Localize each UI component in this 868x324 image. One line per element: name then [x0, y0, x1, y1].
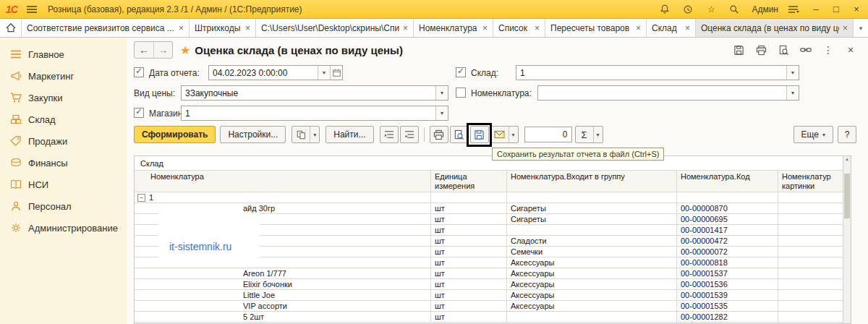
- dropdown-icon[interactable]: ▾: [310, 127, 319, 142]
- sidebar-item-personal[interactable]: Персонал: [0, 195, 127, 217]
- price-type-input[interactable]: 3Закупочные ▾: [181, 85, 448, 101]
- column-header-unit[interactable]: Единица измерения: [431, 171, 507, 192]
- save-result-button[interactable]: [470, 126, 489, 143]
- table-row[interactable]: 5 2шт шт 00-00001282: [135, 312, 851, 323]
- print-icon[interactable]: [754, 43, 768, 56]
- tab-shtrihkody[interactable]: Штрихкоды×: [190, 19, 256, 37]
- tab-close-icon[interactable]: ×: [245, 23, 250, 33]
- service-menu-icon[interactable]: [787, 3, 801, 16]
- collapse-group-icon[interactable]: −: [137, 194, 145, 202]
- more-button[interactable]: Еще▾: [793, 126, 833, 143]
- close-form-icon[interactable]: ×: [843, 43, 858, 56]
- help-button[interactable]: ?: [838, 126, 856, 143]
- group-row[interactable]: −1: [135, 192, 851, 203]
- tab-file-path[interactable]: C:\Users\User\Desktop\скрины\Спи...×: [256, 19, 414, 37]
- close-window-button[interactable]: ×: [851, 4, 862, 14]
- search-icon[interactable]: [727, 3, 741, 16]
- nomenclature-input[interactable]: ▾: [537, 85, 799, 101]
- tab-pereschety-tovarov[interactable]: Пересчеты товаров×: [545, 19, 647, 37]
- tab-sklad[interactable]: Склад×: [647, 19, 696, 37]
- table-row[interactable]: Areon 1/777 шт Аксессуары 00-00001537: [135, 268, 851, 279]
- table-row[interactable]: айд 30гр шт Сигареты 00-00000870: [135, 203, 851, 214]
- find-button[interactable]: Найти...: [326, 126, 373, 143]
- report-result-table[interactable]: Склад Номенклатура Единица измерения Ном…: [134, 155, 851, 324]
- home-tab[interactable]: [0, 19, 22, 37]
- sidebar-item-prodazhi[interactable]: Продажи: [0, 130, 127, 152]
- tab-spisok[interactable]: Список×: [493, 19, 545, 37]
- report-header-row: Номенклатура Единица измерения Номенклат…: [135, 171, 851, 192]
- sidebar-item-zakupki[interactable]: Закупки: [0, 87, 127, 108]
- tab-close-icon[interactable]: ×: [482, 23, 488, 33]
- dropdown-icon[interactable]: ▾: [435, 106, 448, 120]
- collapse-groups-button[interactable]: [400, 126, 419, 143]
- censored-area: [158, 213, 260, 261]
- warehouse-checkbox[interactable]: [456, 67, 466, 77]
- minimize-button[interactable]: –: [810, 4, 822, 14]
- dropdown-icon[interactable]: ▾: [435, 86, 448, 100]
- vertical-scrollbar[interactable]: ▴: [843, 156, 851, 323]
- precision-input[interactable]: 0: [524, 127, 572, 142]
- history-icon[interactable]: [681, 3, 695, 16]
- dropdown-icon[interactable]: ▾: [593, 127, 603, 142]
- date-input[interactable]: 04.02.2023 0:00:00 ▾: [208, 65, 343, 80]
- back-button[interactable]: ←: [135, 42, 153, 58]
- send-by-email-button[interactable]: ▾: [490, 126, 519, 143]
- tab-close-icon[interactable]: ×: [636, 23, 641, 33]
- store-input[interactable]: 1 ▾: [181, 106, 448, 121]
- autosum-button[interactable]: Σ ▾: [575, 126, 603, 143]
- tab-close-icon[interactable]: ×: [685, 23, 690, 33]
- nomenclature-checkbox[interactable]: [456, 88, 466, 98]
- sidebar-item-nsi[interactable]: НСИ: [0, 174, 127, 195]
- tab-nomenklatura[interactable]: Номенклатура×: [414, 19, 493, 37]
- maximize-button[interactable]: □: [830, 4, 842, 14]
- generate-button[interactable]: Сформировать: [134, 126, 216, 143]
- dropdown-icon[interactable]: ▾: [786, 86, 799, 100]
- column-header-code[interactable]: Номенклатура.Код: [677, 171, 778, 192]
- table-row[interactable]: Little Joe шт Аксессуары 00-00001539: [135, 290, 851, 301]
- scroll-up-icon[interactable]: ▴: [843, 156, 851, 163]
- current-user-label[interactable]: Админ: [752, 4, 778, 14]
- preview-icon[interactable]: [776, 43, 791, 56]
- column-header-group[interactable]: Номенклатура.Входит в группу: [507, 171, 677, 192]
- print-button[interactable]: [430, 126, 448, 143]
- expand-groups-button[interactable]: [380, 126, 399, 143]
- tab-close-icon[interactable]: ×: [843, 23, 848, 33]
- more-menu-icon[interactable]: ⋮: [821, 43, 835, 56]
- item-unit: шт: [431, 257, 507, 268]
- dropdown-icon[interactable]: ▾: [509, 127, 518, 142]
- settings-button[interactable]: Настройки...: [220, 126, 286, 143]
- table-row[interactable]: VIP ассорти шт Аксессуары 00-00001535: [135, 301, 851, 312]
- notifications-bell-icon[interactable]: [658, 3, 672, 16]
- calendar-icon[interactable]: [330, 66, 342, 80]
- sidebar-item-sklad[interactable]: Склад: [0, 108, 127, 130]
- item-group: Аксессуары: [507, 268, 677, 279]
- sidebar-item-marketing[interactable]: Маркетинг: [0, 65, 127, 87]
- get-link-icon[interactable]: [799, 43, 813, 56]
- sidebar-item-finansy[interactable]: Финансы: [0, 152, 127, 174]
- column-header-picture[interactable]: Номенклатур картинки: [778, 171, 844, 192]
- sidebar-item-glavnoe[interactable]: Главное: [0, 43, 127, 65]
- tab-close-icon[interactable]: ×: [179, 23, 184, 33]
- table-row[interactable]: Elixir бочонки шт Аксессуары 00-00001536: [135, 279, 851, 290]
- warehouse-input[interactable]: 1 ▾: [516, 65, 799, 80]
- tab-close-icon[interactable]: ×: [535, 23, 540, 33]
- dropdown-icon[interactable]: ▾: [318, 66, 330, 80]
- tabs-overflow-icon[interactable]: ▾: [854, 19, 868, 37]
- tab-sootvetstvie-rekvizitov[interactable]: Соответствие реквизитов сервиса ...×: [22, 19, 190, 37]
- dropdown-icon: ▾: [822, 132, 825, 138]
- sidebar-item-administrirovanie[interactable]: Администрирование: [0, 217, 127, 239]
- preview-button[interactable]: [450, 126, 469, 143]
- dropdown-icon[interactable]: ▾: [786, 66, 799, 80]
- favorites-star-icon[interactable]: ☆: [704, 3, 718, 16]
- favorite-star-icon[interactable]: ★: [180, 43, 190, 57]
- report-variants-button[interactable]: ▾: [292, 126, 320, 143]
- date-checkbox[interactable]: [134, 67, 144, 77]
- tab-ocenka-sklada[interactable]: Оценка склада (в ценах по виду це...×: [696, 19, 854, 37]
- store-checkbox[interactable]: [134, 108, 144, 118]
- scrollbar-thumb[interactable]: [844, 174, 850, 218]
- save-settings-icon[interactable]: [731, 43, 746, 56]
- forward-button[interactable]: →: [153, 42, 172, 58]
- column-header-nomenklatura[interactable]: Номенклатура: [135, 171, 431, 192]
- main-menu-icon[interactable]: [25, 3, 39, 16]
- tab-close-icon[interactable]: ×: [403, 23, 408, 33]
